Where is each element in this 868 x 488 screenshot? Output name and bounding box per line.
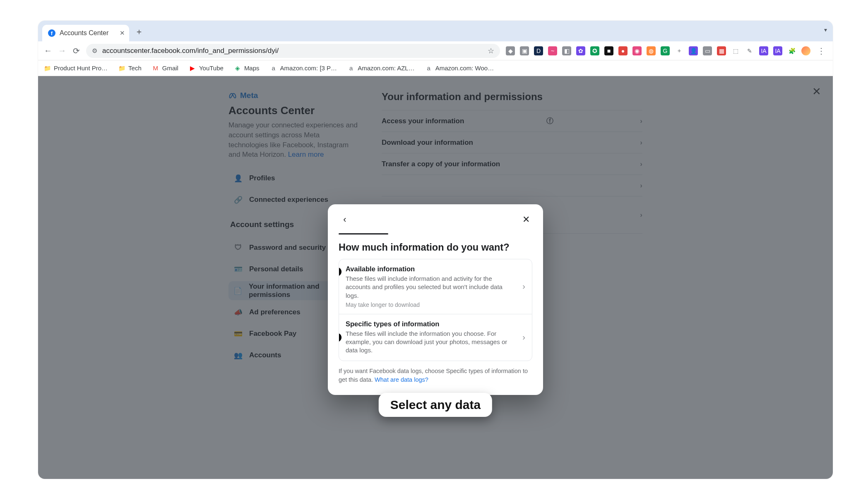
new-tab-button[interactable]: ＋ [135, 26, 143, 37]
extension-icon[interactable]: G [661, 46, 670, 55]
omnibox[interactable]: ⚙ accountscenter.facebook.com/info_and_p… [86, 44, 500, 58]
extension-icon[interactable]: ● [618, 46, 628, 55]
modal-close-button[interactable]: ✕ [520, 213, 532, 226]
tab-close-icon[interactable]: ✕ [120, 29, 125, 37]
modal-progress [339, 233, 388, 234]
modal-progress-fill [339, 233, 388, 234]
facebook-favicon: f [48, 29, 55, 37]
extension-icon[interactable]: ■ [604, 46, 613, 55]
extension-icon[interactable]: ✿ [576, 46, 585, 55]
extensions-row: ◆ ▣ D ~ ◧ ✿ ✪ ■ ● ◉ ◍ G ＋ 👤 ▭ ▦ ⬚ ✎ IA I… [506, 46, 827, 56]
extension-icon[interactable]: ~ [548, 46, 557, 55]
extension-icon[interactable]: ◧ [562, 46, 571, 55]
bookmark-item[interactable]: ▶YouTube [189, 65, 224, 72]
extensions-puzzle-icon[interactable]: 🧩 [787, 46, 796, 55]
browser-tab[interactable]: f Accounts Center ✕ [42, 25, 129, 41]
bookmark-star-icon[interactable]: ☆ [488, 46, 494, 55]
download-info-modal: ‹ ✕ How much information do you want? 1 … [328, 204, 543, 395]
option-subtitle: These files will include information and… [346, 275, 517, 300]
extension-icon[interactable]: ＋ [675, 46, 684, 55]
bookmarks-bar: Product Hunt Pro… Tech MGmail ▶YouTube ◈… [38, 60, 833, 76]
bookmark-item[interactable]: Tech [118, 65, 142, 72]
bookmark-item[interactable]: MGmail [152, 65, 178, 72]
url-text: accountscenter.facebook.com/info_and_per… [102, 47, 279, 55]
option-title: Available information [346, 265, 517, 273]
step-badge: 1 [339, 267, 341, 276]
profile-avatar[interactable] [801, 46, 810, 55]
bookmark-item[interactable]: aAmazon.com: [3 P… [270, 65, 337, 72]
extension-icon[interactable]: ▦ [717, 46, 726, 55]
extension-icon[interactable]: ◉ [632, 46, 642, 55]
option-specific-types[interactable]: 2 Specific types of information These fi… [339, 314, 532, 361]
extension-icon[interactable]: ⬚ [731, 46, 740, 55]
bookmark-item[interactable]: ◈Maps [234, 65, 260, 72]
extension-icon[interactable]: ◍ [647, 46, 656, 55]
nav-reload-button[interactable]: ⟳ [72, 46, 80, 56]
nav-back-button[interactable]: ← [44, 46, 52, 55]
option-available-information[interactable]: 1 Available information These files will… [339, 259, 532, 314]
extension-icon[interactable]: ▣ [520, 46, 529, 55]
extension-icon[interactable]: 👤 [689, 46, 698, 55]
browser-menu-icon[interactable]: ⋮ [815, 46, 827, 56]
step-badge: 2 [339, 333, 341, 342]
tab-strip: f Accounts Center ✕ ＋ ▾ [38, 21, 833, 41]
address-bar: ← → ⟳ ⚙ accountscenter.facebook.com/info… [38, 41, 833, 60]
extension-icon[interactable]: ▭ [703, 46, 712, 55]
modal-options: 1 Available information These files will… [339, 259, 532, 361]
option-hint: May take longer to download [346, 301, 517, 308]
extension-icon[interactable]: D [534, 46, 543, 55]
extension-icon[interactable]: ◆ [506, 46, 515, 55]
extension-icon[interactable]: IA [773, 46, 782, 55]
extension-icon[interactable]: ✎ [745, 46, 754, 55]
browser-window: f Accounts Center ✕ ＋ ▾ ← → ⟳ ⚙ accounts… [38, 21, 833, 479]
modal-footnote: If you want Facebook data logs, choose S… [339, 367, 532, 384]
option-subtitle: These files will include the information… [346, 330, 517, 355]
modal-back-button[interactable]: ‹ [339, 213, 351, 226]
bookmark-item[interactable]: aAmazon.com: Woo… [426, 65, 494, 72]
extension-icon[interactable]: ✪ [590, 46, 599, 55]
option-title: Specific types of information [346, 320, 517, 328]
chevron-right-icon: › [522, 282, 525, 291]
nav-forward-button[interactable]: → [58, 46, 66, 55]
data-logs-link[interactable]: What are data logs? [375, 376, 428, 383]
tabs-dropdown-icon[interactable]: ▾ [824, 26, 827, 33]
modal-heading: How much information do you want? [339, 242, 532, 253]
instruction-callout: Select any data [379, 393, 492, 417]
chevron-right-icon: › [522, 333, 525, 342]
extension-icon[interactable]: IA [759, 46, 768, 55]
bookmark-item[interactable]: Product Hunt Pro… [44, 65, 108, 72]
bookmark-item[interactable]: aAmazon.com: AZL… [348, 65, 415, 72]
site-settings-icon[interactable]: ⚙ [92, 47, 97, 55]
tab-title: Accounts Center [60, 29, 108, 37]
page-viewport: ✕ Meta Accounts Center Manage your conne… [38, 76, 833, 479]
